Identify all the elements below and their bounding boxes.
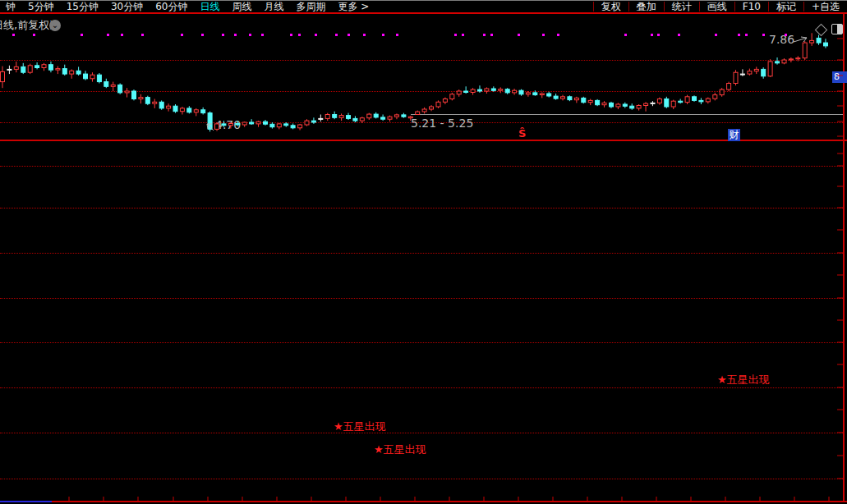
tool-item-画线[interactable]: 画线 xyxy=(700,1,734,12)
tool-item-标记[interactable]: 标记 xyxy=(769,1,803,12)
app-window: { "menu": { "left_items": [ {"label": "钟… xyxy=(0,0,847,504)
candle xyxy=(132,91,136,99)
tool-item-F10[interactable]: F10 xyxy=(735,1,768,12)
candle xyxy=(7,69,12,70)
period-menu: 钟5分钟15分钟30分钟60分钟日线周线月线多周期更多 > xyxy=(0,1,375,12)
menu-item-更多 >[interactable]: 更多 > xyxy=(332,1,375,12)
dotted-gridline xyxy=(0,166,843,167)
candle xyxy=(665,99,669,108)
menu-item-15分钟[interactable]: 15分钟 xyxy=(61,1,105,12)
candle xyxy=(499,89,503,91)
candle xyxy=(803,43,807,58)
candle xyxy=(70,71,74,74)
candle xyxy=(76,71,81,74)
candle xyxy=(796,58,800,59)
tool-item-复权[interactable]: 复权 xyxy=(594,1,628,12)
candle xyxy=(568,97,572,100)
event-dot xyxy=(141,34,144,36)
chart-header: 日线,前复权) xyxy=(0,18,246,33)
candle xyxy=(339,116,343,118)
tool-item-统计[interactable]: 统计 xyxy=(665,1,699,12)
menu-item-钟[interactable]: 钟 xyxy=(0,1,22,12)
split-view-icon[interactable] xyxy=(831,24,843,34)
candle xyxy=(610,103,614,107)
dotted-gridline xyxy=(0,342,843,343)
event-dot xyxy=(348,34,350,36)
candle xyxy=(374,114,378,117)
candle xyxy=(35,66,39,68)
candle xyxy=(360,118,364,121)
dotted-gridline xyxy=(0,298,843,299)
candle xyxy=(540,94,544,95)
dotted-gridline xyxy=(0,253,843,254)
event-dot xyxy=(290,34,292,36)
candle xyxy=(333,115,337,118)
candle xyxy=(810,40,814,43)
candle xyxy=(616,104,620,107)
candle xyxy=(651,103,655,103)
candle xyxy=(90,75,94,79)
candle xyxy=(367,114,371,118)
cai-signal-badge: 财 xyxy=(728,129,740,141)
event-dot xyxy=(222,34,224,36)
candle xyxy=(187,108,191,112)
series-label: 日线,前复权) xyxy=(0,18,53,33)
candle xyxy=(347,116,351,119)
tool-item-+自选[interactable]: +自选 xyxy=(804,1,847,12)
menu-item-60分钟[interactable]: 60分钟 xyxy=(150,1,194,12)
event-dot xyxy=(81,34,83,36)
event-dot xyxy=(462,34,464,36)
menu-item-30分钟[interactable]: 30分钟 xyxy=(105,1,150,12)
candle xyxy=(637,106,641,108)
candle xyxy=(817,38,821,43)
candle xyxy=(526,93,530,94)
candle xyxy=(623,104,627,106)
candle xyxy=(353,118,357,121)
event-dot xyxy=(518,34,520,36)
candle xyxy=(699,100,703,102)
high-arrow xyxy=(794,38,807,42)
tool-item-叠加[interactable]: 叠加 xyxy=(629,1,664,12)
candle xyxy=(42,65,46,68)
event-dot xyxy=(107,34,109,36)
event-dot xyxy=(483,34,486,36)
time-axis-line xyxy=(52,501,847,502)
chevron-down-icon[interactable]: ⌄ xyxy=(49,20,61,31)
candle xyxy=(450,94,454,99)
panel-separator xyxy=(0,140,847,141)
time-axis-scroll-segment[interactable] xyxy=(0,501,52,502)
candle xyxy=(84,74,88,79)
candle xyxy=(554,96,558,99)
gap-line xyxy=(411,114,843,115)
event-dot xyxy=(396,34,398,36)
candle xyxy=(713,95,717,99)
candle xyxy=(402,115,406,117)
menu-item-多周期[interactable]: 多周期 xyxy=(290,1,332,12)
menu-item-5分钟[interactable]: 5分钟 xyxy=(22,1,61,12)
menu-item-周线[interactable]: 周线 xyxy=(226,1,258,12)
star-signal: ★五星出现 xyxy=(374,442,426,457)
low-arrow xyxy=(207,124,214,131)
candle xyxy=(685,97,689,103)
candle xyxy=(62,69,67,75)
event-dot xyxy=(363,34,366,36)
dotted-gridline xyxy=(0,433,843,433)
high-arrow-head xyxy=(801,37,807,42)
event-dot xyxy=(454,34,457,36)
candle xyxy=(630,106,634,108)
candle xyxy=(159,102,163,108)
candle xyxy=(201,110,205,113)
candle xyxy=(602,103,606,104)
dotted-gridline xyxy=(0,91,843,92)
candle xyxy=(180,108,184,112)
menu-item-月线[interactable]: 月线 xyxy=(258,1,290,12)
event-dot xyxy=(490,34,493,36)
candle xyxy=(56,69,60,71)
candle xyxy=(430,107,434,109)
event-dot xyxy=(738,34,740,36)
candle xyxy=(491,89,495,90)
candle xyxy=(727,84,731,90)
diamond-icon[interactable] xyxy=(815,24,828,37)
candle xyxy=(533,93,537,95)
menu-item-日线[interactable]: 日线 xyxy=(194,1,226,12)
